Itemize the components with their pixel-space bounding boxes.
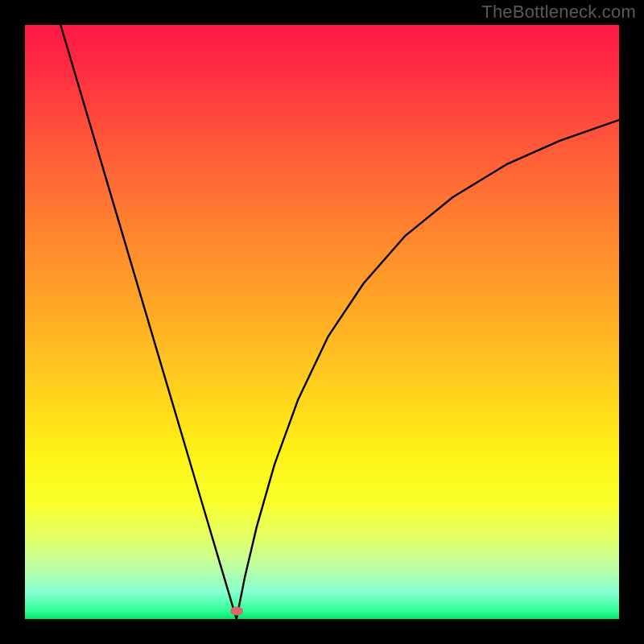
bottleneck-chart-svg (25, 25, 619, 619)
gradient-background (25, 25, 619, 619)
plot-area (25, 25, 619, 619)
vertex-marker (230, 607, 243, 616)
watermark-text: TheBottleneck.com (481, 2, 636, 23)
chart-frame: TheBottleneck.com (0, 0, 644, 644)
